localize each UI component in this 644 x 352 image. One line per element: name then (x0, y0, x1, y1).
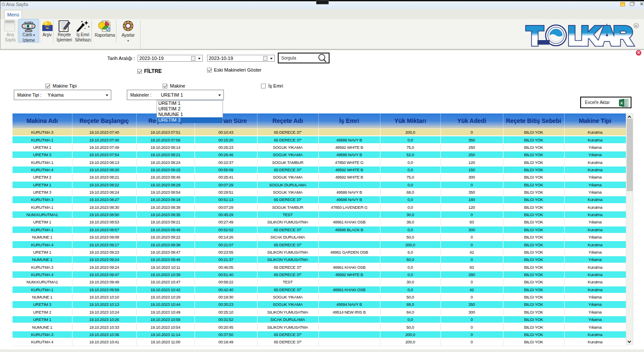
svg-text:R: R (635, 24, 638, 28)
svg-text:●LIVE●: ●LIVE● (24, 21, 33, 24)
svg-text:X: X (620, 101, 623, 105)
svg-text:LKAR: LKAR (568, 23, 633, 47)
